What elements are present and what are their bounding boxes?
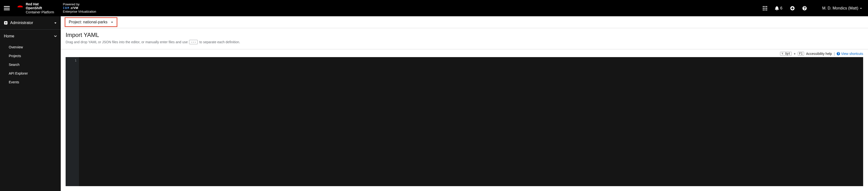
f1-key: F1 <box>798 52 804 56</box>
sidebar-item-api-explorer[interactable]: API Explorer <box>0 69 61 78</box>
masthead: Red Hat OpenShift Container Platform Pow… <box>0 0 868 16</box>
opt-key: ⌥ Opt <box>780 52 792 56</box>
redhat-icon <box>17 4 24 12</box>
svg-rect-3 <box>763 8 764 9</box>
svg-rect-4 <box>765 8 766 9</box>
editor-content[interactable] <box>79 57 863 186</box>
caret-down-icon <box>54 21 57 24</box>
divider: | <box>834 52 835 56</box>
page-header: Import YAML Drag and drop YAML or JSON f… <box>61 28 868 49</box>
import-button[interactable] <box>790 6 795 10</box>
svg-rect-5 <box>766 8 767 9</box>
sidebar-item-search[interactable]: Search <box>0 60 61 69</box>
sidebar-item-events[interactable]: Events <box>0 78 61 87</box>
editor-gutter: 1 <box>66 57 79 186</box>
page-title: Import YAML <box>66 32 863 38</box>
page-subtitle: Drag and drop YAML or JSON files into th… <box>66 40 863 44</box>
svg-rect-8 <box>766 9 767 10</box>
notification-count: 6 <box>780 6 782 10</box>
svg-rect-7 <box>765 9 766 10</box>
project-selector-label: Project: national-parks <box>69 20 107 24</box>
sidebar: Administrator Home Overview Projects Sea… <box>0 16 61 191</box>
hamburger-menu-button[interactable] <box>4 5 10 11</box>
yaml-editor[interactable]: 1 <box>66 57 863 186</box>
accessibility-help-text: Accessibility help <box>806 52 832 56</box>
line-number: 1 <box>67 59 76 62</box>
editor-helper-row: ⌥ Opt + F1 Accessibility help | View sho… <box>61 49 868 57</box>
plus-circle-icon <box>790 6 795 10</box>
editor-wrap: 1 <box>61 57 868 191</box>
brand-text: Red Hat OpenShift Container Platform <box>26 2 54 14</box>
caret-down-icon <box>860 7 862 9</box>
sidebar-item-projects[interactable]: Projects <box>0 52 61 60</box>
perspective-label: Administrator <box>10 21 33 25</box>
sidebar-item-overview[interactable]: Overview <box>0 43 61 52</box>
main-content: Project: national-parks Import YAML Drag… <box>61 16 868 191</box>
help-button[interactable] <box>802 6 807 10</box>
app-launcher-icon[interactable] <box>763 6 767 10</box>
svg-rect-0 <box>763 6 764 7</box>
svg-rect-6 <box>763 9 764 10</box>
sidebar-section-label: Home <box>4 34 14 38</box>
project-bar: Project: national-parks <box>61 16 868 28</box>
sidebar-subitems: Overview Projects Search API Explorer Ev… <box>0 43 61 87</box>
masthead-toolbar: 6 M. D. Mondics (Matt) <box>763 6 862 10</box>
notifications-button[interactable]: 6 <box>775 6 782 10</box>
caret-down-icon <box>111 21 113 23</box>
cog-icon <box>4 21 8 25</box>
svg-rect-2 <box>766 6 767 7</box>
question-circle-icon <box>837 52 840 55</box>
svg-rect-1 <box>765 6 766 7</box>
project-selector[interactable]: Project: national-parks <box>65 17 117 27</box>
user-name: M. D. Mondics (Matt) <box>822 6 858 10</box>
question-circle-icon <box>802 6 807 10</box>
view-shortcuts-link[interactable]: View shortcuts <box>837 52 863 56</box>
chevron-down-icon <box>54 35 57 38</box>
perspective-switcher[interactable]: Administrator <box>0 16 61 30</box>
brand[interactable]: Red Hat OpenShift Container Platform <box>17 2 54 14</box>
sidebar-section-home[interactable]: Home <box>0 30 61 43</box>
user-menu[interactable]: M. D. Mondics (Matt) <box>822 6 862 10</box>
bell-icon <box>775 6 779 10</box>
powered-by: Powered by IBM z/VM Enterprise Virtualiz… <box>63 3 96 13</box>
separator-hint-kbd: --- <box>189 40 198 44</box>
plus-text: + <box>794 52 796 56</box>
